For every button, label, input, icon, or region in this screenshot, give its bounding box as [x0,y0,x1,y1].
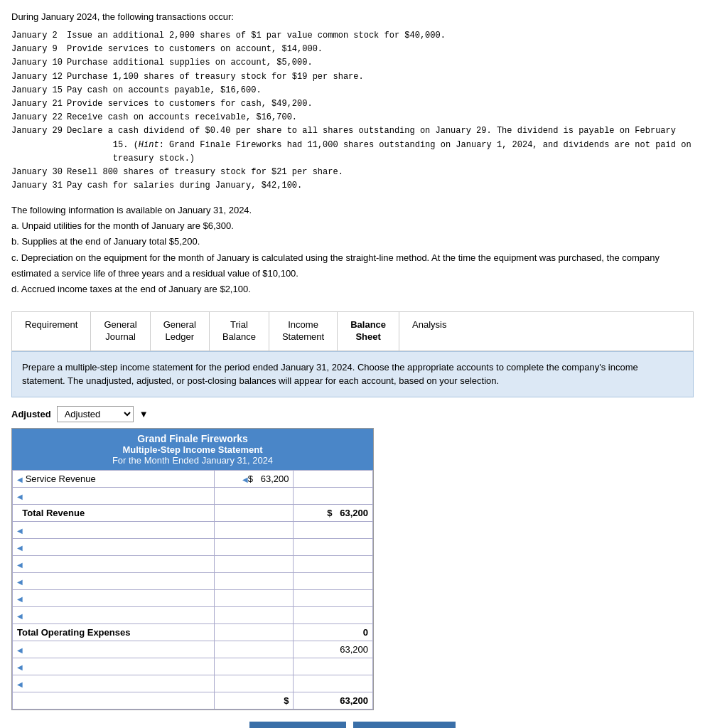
cell-total-opex-outer: 0 [294,623,373,641]
info-item-d: d. Accrued income taxes at the end of Ja… [11,282,694,297]
table-row-final: $ 63,200 [13,692,373,709]
table-row: ◀ [13,658,373,675]
tab-balance-sheet[interactable]: Balance Sheet [338,312,399,350]
cell-blank-inner-1 [214,487,294,504]
cell-exp-blank-4-outer [294,572,373,589]
cell-blank-outer-1 [294,487,373,504]
cell-exp-blank-3-outer [294,555,373,572]
tab-income-statement[interactable]: Income Statement [269,312,338,350]
tab-general-journal-line1: General [104,319,136,331]
statement-header: Grand Finale Fireworks Multiple-Step Inc… [12,429,373,470]
cell-exp-blank-1-inner [214,521,294,538]
info-item-c: c. Depreciation on the equipment for the… [11,250,694,282]
cell-bottom-blank-1[interactable]: ◀ [13,658,215,675]
dropdown-arrow: ▼ [139,409,149,419]
table-row-total-opex: Total Operating Expenses 0 [13,623,373,641]
adjusted-row: Adjusted Unadjusted Adjusted Post-Closin… [11,406,694,422]
tab-requirement-label: Requirement [25,319,77,330]
tab-general-journal-line2: Journal [105,331,136,343]
tab-general-ledger-line1: General [163,319,196,331]
table-row: ◀ [13,589,373,606]
table-row: ◀ [13,606,373,623]
cell-exp-blank-2[interactable]: ◀ [13,538,215,555]
cell-bottom-blank-2[interactable]: ◀ [13,675,215,692]
info-item-b: b. Supplies at the end of January total … [11,234,694,250]
statement-data-table: ◀ Service Revenue ◀$ 63,200 ◀ Total Reve… [12,470,373,710]
tab-trial-balance[interactable]: Trial Balance [210,312,269,350]
cell-exp-blank-1[interactable]: ◀ [13,521,215,538]
tab-income-statement-line1: Income [288,319,318,331]
cell-exp-blank-6-outer [294,606,373,623]
cell-total-revenue-inner [214,504,294,521]
cell-bottom-blank-2-inner [214,675,294,692]
cell-subtotal-inner [214,641,294,658]
nav-buttons: < Trial Balance Balance Sheet > [11,722,694,728]
cell-bottom-blank-1-inner [214,658,294,675]
table-row: ◀ [13,555,373,572]
info-item-a: a. Unpaid utilities for the month of Jan… [11,218,694,234]
cell-total-opex-inner [214,623,294,641]
cell-service-revenue-outer [294,470,373,487]
tabs-container: Requirement General Journal General Ledg… [11,311,694,351]
cell-final-inner: $ [214,692,294,709]
company-name: Grand Finale Fireworks [15,433,370,444]
cell-exp-blank-4-inner [214,572,294,589]
tab-general-ledger-line2: Ledger [166,331,194,343]
cell-exp-blank-6-inner [214,606,294,623]
cell-exp-blank-3[interactable]: ◀ [13,555,215,572]
intro-heading: During January 2024, the following trans… [11,11,694,22]
tab-balance-sheet-line2: Sheet [355,331,380,343]
tab-analysis-label: Analysis [412,319,446,330]
tab-general-ledger[interactable]: General Ledger [151,312,210,350]
tab-general-journal[interactable]: General Journal [91,312,150,350]
tab-income-statement-line2: Statement [282,331,324,343]
instruction-text: Prepare a multiple-step income statement… [22,362,638,387]
income-statement-table: Grand Finale Fireworks Multiple-Step Inc… [11,428,374,710]
cell-bottom-blank-1-outer [294,658,373,675]
cell-exp-blank-5-outer [294,589,373,606]
prev-button[interactable]: < Trial Balance [249,722,345,728]
service-revenue-text: Service Revenue [26,473,96,484]
tab-requirement[interactable]: Requirement [12,312,91,350]
available-info: The following information is available o… [11,203,694,297]
table-row: ◀ Service Revenue ◀$ 63,200 [13,470,373,487]
next-button[interactable]: Balance Sheet > [353,722,456,728]
instruction-box: Prepare a multiple-step income statement… [11,351,694,397]
cell-total-revenue-label: Total Revenue [13,504,215,521]
cell-subtotal-label[interactable]: ◀ [13,641,215,658]
tab-trial-balance-line2: Balance [222,331,256,343]
table-row: ◀ [13,487,373,504]
table-row: ◀ [13,675,373,692]
adjusted-dropdown[interactable]: Unadjusted Adjusted Post-Closing [57,406,134,422]
statement-title: Multiple-Step Income Statement [15,444,370,455]
cell-final-outer: 63,200 [294,692,373,709]
cell-exp-blank-2-inner [214,538,294,555]
cell-exp-blank-5[interactable]: ◀ [13,589,215,606]
cell-exp-blank-6[interactable]: ◀ [13,606,215,623]
cell-final-label [13,692,215,709]
cell-total-revenue-outer: $ 63,200 [294,504,373,521]
table-row: ◀ [13,521,373,538]
cell-service-revenue-label[interactable]: ◀ Service Revenue [13,470,215,487]
table-row: ◀ [13,572,373,589]
table-row: ◀ 63,200 [13,641,373,658]
cell-subtotal-outer: 63,200 [294,641,373,658]
cell-exp-blank-5-inner [214,589,294,606]
tab-trial-balance-line1: Trial [230,319,248,331]
cell-exp-blank-3-inner [214,555,294,572]
cell-total-opex-label: Total Operating Expenses [13,623,215,641]
available-info-heading: The following information is available o… [11,203,694,218]
tab-analysis[interactable]: Analysis [399,312,459,350]
cell-bottom-blank-2-outer [294,675,373,692]
cell-exp-blank-2-outer [294,538,373,555]
transactions-list: January 2 Issue an additional 2,000 shar… [11,29,694,193]
tab-balance-sheet-line1: Balance [350,319,386,331]
cell-exp-blank-4[interactable]: ◀ [13,572,215,589]
cell-blank-label-1[interactable]: ◀ [13,487,215,504]
table-row: ◀ [13,538,373,555]
adjusted-label: Adjusted [11,409,51,419]
cell-service-revenue-inner[interactable]: ◀$ 63,200 [214,470,294,487]
cell-exp-blank-1-outer [294,521,373,538]
table-row-total-revenue: Total Revenue $ 63,200 [13,504,373,521]
statement-period: For the Month Ended January 31, 2024 [15,455,370,469]
